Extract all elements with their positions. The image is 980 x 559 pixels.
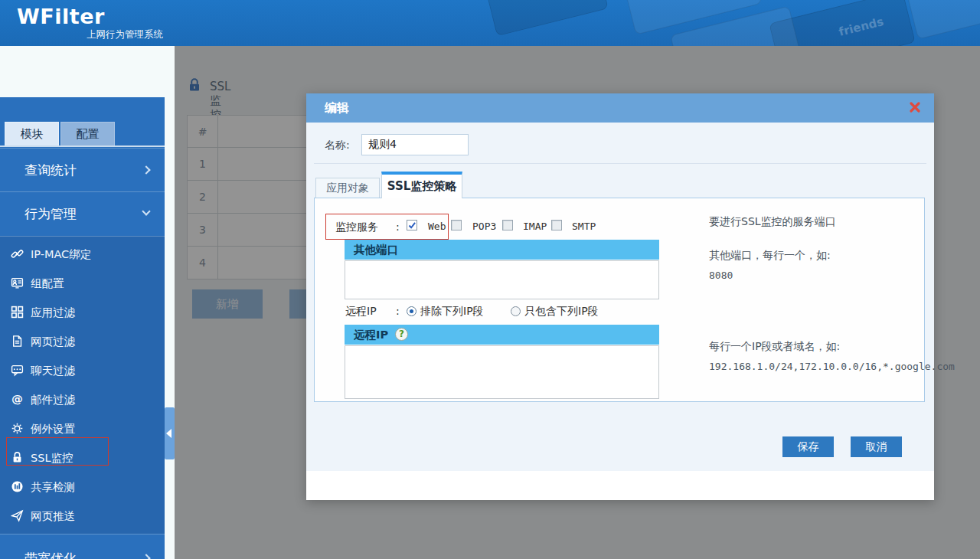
sidebar-item-web-filter[interactable]: 网页过滤 — [0, 327, 165, 356]
radio-include-only-ip[interactable] — [511, 306, 521, 316]
gear-icon — [11, 422, 24, 435]
checkbox-imap[interactable] — [502, 220, 513, 230]
sidebar-item-group-config[interactable]: 组配置 — [0, 269, 165, 298]
checkbox-label-web[interactable]: Web — [428, 221, 446, 232]
app-subtitle: 上网行为管理系统 — [87, 28, 163, 41]
sidebar-item-label: 例外设置 — [31, 422, 75, 436]
other-ports-section-bar: 其他端口 — [345, 240, 659, 260]
chevron-right-icon — [142, 554, 150, 559]
sidebar-tab-underline — [0, 145, 165, 147]
checkbox-smtp[interactable] — [551, 220, 562, 230]
hint-other-ports-example: 8080 — [709, 270, 733, 281]
group-icon — [11, 276, 24, 289]
sidebar-item-label: 网页推送 — [31, 509, 75, 524]
cancel-button[interactable]: 取消 — [851, 436, 902, 457]
sidebar-item-label: 邮件过滤 — [31, 393, 75, 407]
sidebar-group-label: 行为管理 — [24, 205, 77, 223]
radio-label-include-only[interactable]: 只包含下列IP段 — [524, 305, 599, 319]
radio-label-exclude[interactable]: 排除下列IP段 — [420, 305, 484, 319]
checkbox-label-smtp[interactable]: SMTP — [572, 221, 596, 232]
checkbox-label-pop3[interactable]: POP3 — [472, 221, 496, 232]
sidebar-group-label: 带宽优化 — [24, 550, 77, 559]
sidebar-group-bandwidth[interactable]: 带宽优化 — [0, 534, 165, 559]
radio-exclude-ip[interactable] — [407, 306, 416, 316]
help-icon[interactable]: ? — [395, 328, 408, 341]
sidebar-tab-config[interactable]: 配置 — [60, 122, 115, 145]
remote-ip-section-bar: 远程IP ? — [345, 325, 659, 345]
hint-other-ports: 其他端口，每行一个，如: — [709, 249, 831, 263]
chat-icon — [11, 364, 24, 377]
sidebar-item-web-push[interactable]: 网页推送 — [0, 502, 165, 531]
sidebar-item-label: 共享检测 — [31, 480, 75, 495]
monitor-service-colon: : — [396, 221, 400, 233]
ssl-monitor-highlight-box — [6, 437, 109, 466]
other-ports-textarea[interactable] — [345, 260, 659, 299]
save-button[interactable]: 保存 — [782, 436, 834, 457]
sidebar-item-share-detect[interactable]: 共享检测 — [0, 472, 165, 502]
app-logo: WFilter — [17, 5, 105, 28]
sidebar-group-behavior-mgmt[interactable]: 行为管理 — [0, 191, 165, 236]
remote-ip-label: 远程IP — [345, 305, 377, 319]
at-icon: @ — [11, 393, 24, 406]
checkbox-web[interactable] — [407, 220, 417, 230]
svg-text:@: @ — [11, 393, 23, 406]
webpage-icon — [11, 335, 24, 348]
sidebar: 模块 配置 查询统计 行为管理 IP-MAC绑定 — [0, 97, 165, 559]
tab-apply-target[interactable]: 应用对象 — [315, 178, 380, 198]
chevron-left-icon — [166, 429, 172, 438]
chevron-down-icon — [142, 207, 150, 215]
dialog-header: 编辑 — [306, 93, 934, 123]
left-column: 模块 配置 查询统计 行为管理 IP-MAC绑定 — [0, 46, 175, 559]
sidebar-item-label: 网页过滤 — [31, 335, 75, 349]
tab-panel: 监控服务 : Web POP3 IMAP SMTP 其他端口 远程IP : 排除… — [314, 198, 925, 402]
keyboard-key-decoration — [907, 0, 980, 40]
paper-plane-icon — [11, 509, 24, 522]
checkbox-label-imap[interactable]: IMAP — [523, 221, 547, 232]
close-icon[interactable] — [908, 100, 922, 114]
apps-grid-icon — [11, 306, 24, 319]
sidebar-submenu: IP-MAC绑定 组配置 应用过滤 — [0, 236, 165, 534]
checkbox-pop3[interactable] — [451, 220, 462, 230]
edit-dialog: 编辑 名称: 应用对象 SSL监控策略 监控服务 : Web POP3 IMAP — [306, 93, 934, 500]
remote-ip-header: 远程IP — [354, 328, 388, 342]
dialog-footer — [306, 471, 934, 500]
app-window: friends WFilter 上网行为管理系统 模块 配置 查询统计 行为管理 — [0, 0, 980, 559]
sidebar-item-app-filter[interactable]: 应用过滤 — [0, 298, 165, 327]
sidebar-item-label: 聊天过滤 — [31, 364, 75, 378]
tab-ssl-monitor-policy[interactable]: SSL监控策略 — [381, 172, 462, 198]
link-icon — [11, 247, 24, 260]
name-field-row: 名称: — [314, 127, 926, 164]
name-label: 名称: — [325, 139, 350, 152]
share-detect-icon — [11, 480, 24, 493]
sidebar-group-query-stats[interactable]: 查询统计 — [0, 148, 165, 192]
hint-remote-ip: 每行一个IP段或者域名，如: — [709, 340, 840, 354]
keyboard-key-decoration — [486, 0, 609, 36]
sidebar-tab-modules[interactable]: 模块 — [5, 122, 59, 145]
hint-service-ports: 要进行SSL监控的服务端口 — [709, 215, 836, 229]
sidebar-item-chat-filter[interactable]: 聊天过滤 — [0, 356, 165, 385]
sidebar-item-mail-filter[interactable]: @ 邮件过滤 — [0, 385, 165, 414]
dialog-title: 编辑 — [325, 100, 349, 116]
chevron-right-icon — [142, 165, 150, 174]
monitor-service-label: 监控服务 — [335, 221, 378, 234]
sidebar-item-label: 组配置 — [31, 276, 64, 291]
hint-remote-ip-example: 192.168.1.0/24,172.10.0.0/16,*.google.co… — [709, 361, 955, 372]
remote-ip-textarea[interactable] — [345, 345, 659, 399]
sidebar-group-label: 查询统计 — [24, 162, 77, 179]
top-banner: friends WFilter 上网行为管理系统 — [0, 0, 980, 46]
sidebar-item-label: IP-MAC绑定 — [31, 247, 91, 262]
sidebar-collapse-handle[interactable] — [165, 407, 175, 459]
sidebar-item-label: 应用过滤 — [31, 306, 75, 320]
remote-ip-colon: : — [396, 305, 400, 317]
name-input[interactable] — [361, 134, 469, 155]
sidebar-item-ip-mac-binding[interactable]: IP-MAC绑定 — [0, 240, 165, 269]
other-ports-header: 其他端口 — [354, 243, 398, 257]
